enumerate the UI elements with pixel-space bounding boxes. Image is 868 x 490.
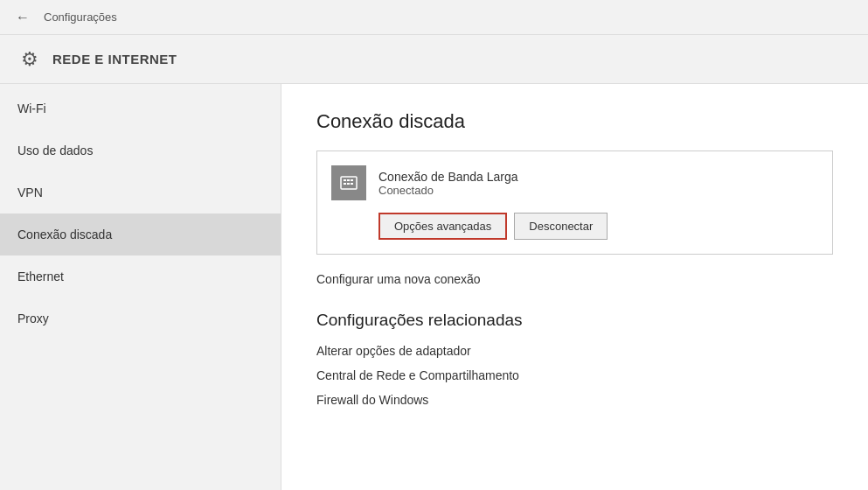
related-link-central[interactable]: Central de Rede e Compartilhamento	[316, 368, 833, 382]
sidebar-label-wifi: Wi-Fi	[17, 102, 46, 116]
svg-rect-2	[347, 179, 350, 181]
sidebar-item-proxy[interactable]: Proxy	[0, 298, 281, 340]
svg-rect-3	[351, 179, 353, 181]
sidebar-item-vpn[interactable]: VPN	[0, 172, 281, 214]
connection-details: Conexão de Banda Larga Conectado	[378, 170, 518, 197]
disconnect-button[interactable]: Desconectar	[514, 213, 608, 240]
svg-rect-4	[344, 183, 346, 185]
sidebar-label-ethernet: Ethernet	[17, 270, 64, 284]
page-title: REDE E INTERNET	[52, 52, 177, 66]
svg-rect-6	[351, 183, 353, 185]
svg-rect-5	[347, 183, 350, 185]
settings-icon: ⚙	[17, 47, 42, 72]
connection-status: Conectado	[378, 184, 518, 197]
titlebar-title: Configurações	[44, 10, 117, 24]
sidebar-item-wifi[interactable]: Wi-Fi	[0, 88, 281, 130]
related-link-firewall[interactable]: Firewall do Windows	[316, 393, 833, 407]
related-title: Configurações relacionadas	[316, 311, 833, 330]
sidebar-label-vpn: VPN	[17, 186, 43, 200]
connection-info: Conexão de Banda Larga Conectado	[331, 165, 818, 200]
modem-svg-icon	[338, 172, 359, 193]
sidebar-label-proxy: Proxy	[17, 312, 49, 326]
sidebar: Wi-Fi Uso de dados VPN Conexão discada E…	[0, 84, 281, 490]
connection-name: Conexão de Banda Larga	[378, 170, 518, 184]
connection-card: Conexão de Banda Larga Conectado Opções …	[316, 150, 833, 255]
sidebar-label-uso-de-dados: Uso de dados	[17, 144, 93, 158]
connection-actions: Opções avançadas Desconectar	[331, 213, 818, 240]
svg-rect-1	[344, 179, 346, 181]
sidebar-item-uso-de-dados[interactable]: Uso de dados	[0, 130, 281, 172]
connection-icon	[331, 165, 366, 200]
related-link-adapter[interactable]: Alterar opções de adaptador	[316, 344, 833, 358]
new-connection-link[interactable]: Configurar uma nova conexão	[316, 272, 481, 286]
sidebar-label-conexao-discada: Conexão discada	[17, 228, 112, 242]
main-layout: Wi-Fi Uso de dados VPN Conexão discada E…	[0, 84, 868, 490]
titlebar: ← Configurações	[0, 0, 868, 35]
header: ⚙ REDE E INTERNET	[0, 35, 868, 84]
advanced-options-button[interactable]: Opções avançadas	[378, 213, 507, 240]
main-content: Conexão discada Conexão de	[281, 84, 868, 490]
sidebar-item-ethernet[interactable]: Ethernet	[0, 256, 281, 298]
back-button[interactable]: ←	[10, 5, 35, 30]
sidebar-item-conexao-discada[interactable]: Conexão discada	[0, 214, 281, 256]
section-title: Conexão discada	[316, 110, 833, 133]
